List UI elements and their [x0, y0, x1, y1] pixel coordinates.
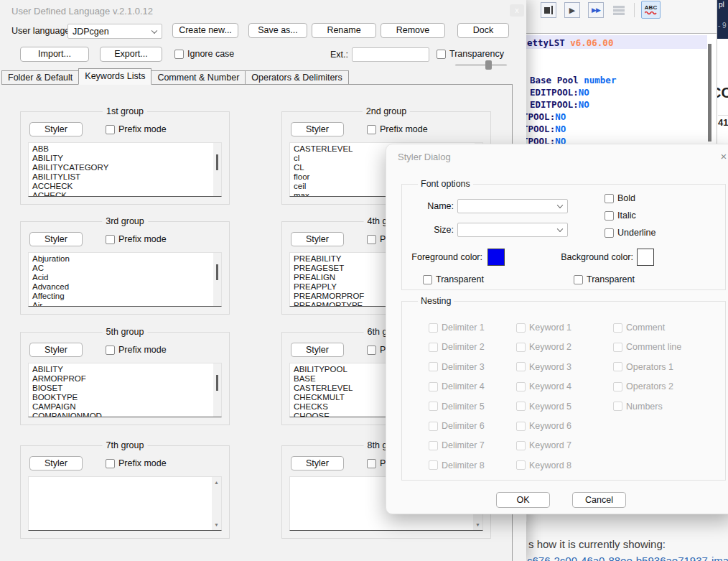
nesting-checkbox-delimiter-3[interactable]: Delimiter 3 — [429, 362, 485, 372]
scroll-down-icon[interactable]: ▼ — [473, 522, 482, 527]
list-item[interactable]: Abjuration — [32, 254, 211, 264]
styler-button[interactable]: Styler — [291, 343, 344, 357]
nesting-checkbox-keyword-8[interactable]: Keyword 8 — [516, 460, 571, 470]
listbox-scrollbar[interactable] — [213, 253, 221, 306]
styler-button[interactable]: Styler — [291, 122, 344, 136]
italic-checkbox[interactable]: Italic — [605, 210, 636, 221]
list-item[interactable]: ACCHECK — [32, 182, 211, 191]
prefix-mode-checkbox[interactable]: Prefix mode — [106, 345, 167, 355]
list-item[interactable]: ABILITYLIST — [32, 172, 211, 182]
list-item[interactable]: Acid — [32, 273, 211, 282]
step-icon[interactable] — [541, 2, 556, 18]
nesting-checkbox-keyword-3[interactable]: Keyword 3 — [516, 362, 571, 372]
remove-button[interactable]: Remove — [381, 23, 445, 38]
list-item[interactable]: COMPANIONMOD — [32, 412, 211, 417]
run-all-icon[interactable]: ▶▶ — [588, 2, 604, 18]
styler-button[interactable]: Styler — [291, 232, 344, 246]
keyword-listbox[interactable]: AbjurationACAcidAdvancedAffectingAir — [28, 252, 222, 307]
nesting-checkbox-keyword-7[interactable]: Keyword 7 — [516, 440, 571, 450]
list-item[interactable]: Affecting — [32, 292, 211, 301]
macro-icon[interactable] — [611, 2, 627, 18]
styler-button[interactable]: Styler — [29, 232, 83, 246]
nesting-checkbox-delimiter-7[interactable]: Delimiter 7 — [429, 440, 485, 450]
styler-button[interactable]: Styler — [29, 122, 83, 136]
scroll-up-icon[interactable]: ▲ — [212, 480, 221, 485]
nesting-checkbox-keyword-2[interactable]: Keyword 2 — [516, 342, 571, 352]
cancel-button[interactable]: Cancel — [572, 492, 626, 508]
nesting-checkbox-delimiter-5[interactable]: Delimiter 5 — [429, 402, 485, 412]
spellcheck-icon[interactable]: ABC — [641, 1, 661, 19]
rename-button[interactable]: Rename — [312, 23, 376, 38]
list-item[interactable]: Air — [32, 301, 211, 307]
nesting-checkbox-keyword-5[interactable]: Keyword 5 — [516, 402, 571, 412]
editor-scrollbar[interactable] — [708, 44, 711, 142]
prefix-mode-checkbox[interactable]: Prefix mode — [106, 234, 167, 244]
list-item[interactable]: ABILITY — [32, 365, 211, 374]
transparency-slider-thumb[interactable] — [485, 60, 492, 70]
prefix-mode-checkbox[interactable]: Prefix mode — [106, 124, 167, 134]
tab-folder-default[interactable]: Folder & Default — [1, 70, 79, 85]
listbox-scrollbar-thumb[interactable] — [216, 154, 218, 170]
nesting-checkbox-keyword-1[interactable]: Keyword 1 — [516, 323, 571, 333]
list-item[interactable]: ABILITYCATEGORY — [32, 163, 211, 172]
list-item[interactable]: Advanced — [32, 282, 211, 292]
ignore-case-checkbox[interactable]: Ignore case — [174, 49, 234, 59]
ok-button[interactable]: OK — [496, 492, 550, 508]
font-size-combobox[interactable] — [457, 223, 568, 237]
keyword-listbox[interactable]: ABBABILITYABILITYCATEGORYABILITYLISTACCH… — [28, 142, 222, 197]
nesting-checkbox-delimiter-8[interactable]: Delimiter 8 — [429, 460, 485, 470]
tab-comment-number[interactable]: Comment & Number — [151, 70, 246, 85]
nesting-checkbox-operators-2[interactable]: Operators 2 — [613, 381, 673, 391]
nesting-checkbox-delimiter-1[interactable]: Delimiter 1 — [429, 323, 485, 333]
close-icon[interactable]: × — [716, 149, 728, 164]
styler-button[interactable]: Styler — [291, 456, 344, 470]
nesting-checkbox-delimiter-6[interactable]: Delimiter 6 — [429, 421, 485, 431]
background-transparent-checkbox[interactable]: Transparent — [574, 274, 635, 284]
styler-button[interactable]: Styler — [29, 343, 83, 357]
dock-button[interactable]: Dock — [457, 23, 509, 38]
listbox-scrollbar-thumb[interactable] — [216, 375, 218, 391]
nesting-checkbox-numbers[interactable]: Numbers — [613, 402, 663, 412]
bold-checkbox[interactable]: Bold — [605, 193, 635, 203]
keyword-listbox[interactable]: ABILITYARMORPROFBIOSETBOOKTYPECAMPAIGNCO… — [28, 363, 222, 417]
import-button[interactable]: Import... — [20, 47, 89, 62]
nesting-checkbox-keyword-6[interactable]: Keyword 6 — [516, 421, 571, 431]
listbox-scrollbar[interactable]: ▲▼ — [212, 477, 221, 530]
close-icon[interactable]: x — [510, 4, 524, 17]
list-item[interactable]: AC — [32, 264, 211, 273]
list-item[interactable]: ABILITY — [32, 154, 211, 163]
foreground-color-swatch[interactable] — [487, 249, 505, 266]
run-icon[interactable]: ▶ — [564, 2, 580, 18]
styler-button[interactable]: Styler — [29, 456, 83, 470]
font-name-combobox[interactable] — [457, 199, 568, 213]
scroll-down-icon[interactable]: ▼ — [212, 522, 221, 527]
keyword-listbox[interactable]: ▲▼ — [28, 476, 222, 531]
prefix-mode-checkbox[interactable]: Prefix mode — [106, 458, 167, 468]
nesting-checkbox-comment-line[interactable]: Comment line — [613, 342, 681, 352]
listbox-scrollbar[interactable] — [213, 143, 221, 196]
save-as-button[interactable]: Save as... — [248, 23, 307, 38]
list-item[interactable]: ABB — [32, 144, 211, 154]
nesting-checkbox-comment[interactable]: Comment — [613, 323, 665, 333]
nesting-checkbox-keyword-4[interactable]: Keyword 4 — [516, 381, 571, 391]
create-new-button[interactable]: Create new... — [172, 23, 238, 38]
list-item[interactable]: CAMPAIGN — [32, 402, 211, 412]
transparency-checkbox[interactable]: Transparency — [437, 49, 504, 59]
list-item[interactable]: ACHECK — [32, 191, 211, 197]
nesting-checkbox-delimiter-4[interactable]: Delimiter 4 — [429, 381, 485, 391]
listbox-scrollbar[interactable] — [213, 363, 221, 417]
nesting-checkbox-operators-1[interactable]: Operators 1 — [613, 362, 673, 372]
tab-keywords-lists[interactable]: Keywords Lists — [78, 68, 151, 85]
tab-operators-delimiters[interactable]: Operators & Delimiters — [245, 70, 348, 85]
user-language-combobox[interactable]: JDPcgen — [67, 24, 162, 39]
background-color-swatch[interactable] — [637, 249, 654, 266]
foreground-transparent-checkbox[interactable]: Transparent — [423, 274, 484, 284]
page-link[interactable]: c676-2c00-46a0-88ee-b5936ae71937-image — [527, 555, 728, 561]
nesting-checkbox-delimiter-2[interactable]: Delimiter 2 — [429, 342, 485, 352]
list-item[interactable]: BIOSET — [32, 384, 211, 393]
list-item[interactable]: ARMORPROF — [32, 374, 211, 384]
underline-checkbox[interactable]: Underline — [605, 228, 656, 238]
ext-input[interactable] — [352, 47, 429, 62]
prefix-mode-checkbox[interactable]: Prefix mode — [367, 124, 428, 134]
listbox-scrollbar-thumb[interactable] — [216, 264, 218, 280]
